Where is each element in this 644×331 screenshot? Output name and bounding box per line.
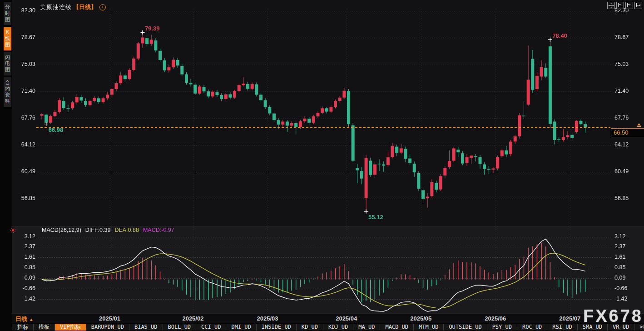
price-axis-label: 67.76	[11, 115, 35, 121]
sidebar-item[interactable]: 合约资料	[4, 77, 11, 107]
price-axis-label: 71.40	[614, 88, 629, 94]
chart-toolbar-icons	[607, 2, 642, 9]
scale-axis-right-icon[interactable]	[625, 2, 633, 9]
price-axis-label: 64.12	[11, 141, 35, 148]
price-axis-label: 67.76	[614, 115, 629, 121]
indicator-tab[interactable]: PSY_UD	[487, 324, 517, 331]
price-marker-label: 66.98	[49, 126, 64, 133]
x-axis-month-label: 2025/06	[485, 315, 506, 322]
indicator-tab[interactable]: BARUPDN_UD	[86, 324, 129, 331]
price-axis-label: 64.12	[614, 141, 629, 148]
indicator-tab[interactable]: INSIDE_UD	[257, 324, 297, 331]
indicator-tab[interactable]: 模板	[34, 324, 55, 331]
macd-axis-label: -1.42	[11, 296, 35, 302]
x-axis-month-label: 2025/03	[257, 315, 278, 322]
chart-type-sidebar: 分时图K线图闪电图合约资料	[0, 0, 12, 331]
last-price-tag: 66.50	[611, 128, 644, 137]
indicator-tab[interactable]: VIP指标	[55, 324, 86, 331]
price-marker-label: 79.39	[145, 25, 160, 32]
macd-diff-value: DIFF:0.39	[85, 227, 111, 233]
price-axis-label: 75.03	[614, 61, 629, 67]
macd-param-label: MACD(26,12,9)	[42, 227, 81, 233]
fx678-watermark: FX678	[583, 306, 643, 326]
instrument-title: 美原油连续	[40, 3, 72, 11]
price-axis-label: 60.49	[614, 168, 629, 175]
macd-axis-label: 0.09	[614, 275, 625, 281]
x-axis-month-label: 2025/05	[410, 315, 431, 322]
price-axis-label: 71.40	[11, 88, 35, 94]
pan-right-icon[interactable]	[634, 2, 642, 9]
macd-axis-label: 2.37	[11, 243, 35, 250]
x-axis-strip: 日线 ▲ 2025/012025/022025/032025/042025/05…	[12, 313, 644, 324]
sidebar-item[interactable]: 分时图	[4, 2, 11, 25]
macd-axis-label: 0.85	[614, 264, 625, 271]
indicator-tab[interactable]: RSI_UD	[547, 324, 577, 331]
indicator-tab[interactable]: ROC_UD	[517, 324, 547, 331]
indicator-tab[interactable]: OUTSIDE_UD	[444, 324, 487, 331]
macd-axis-label: -0.66	[11, 285, 35, 291]
indicator-tab[interactable]: MA_UD	[353, 324, 380, 331]
macd-axis-label: 0.85	[11, 264, 35, 271]
macd-header: MACD(26,12,9) DIFF:0.39 DEA:0.88 MACD:-0…	[42, 227, 174, 233]
indicator-tab[interactable]: KDJ_UD	[323, 324, 353, 331]
indicator-tab[interactable]: MACD_UD	[380, 324, 414, 331]
plus-circle-icon[interactable]: +	[99, 4, 106, 10]
go-to-latest-arrow-icon[interactable]	[636, 123, 641, 127]
price-axis-label: 82.30	[11, 7, 35, 14]
macd-dea-value: DEA:0.88	[114, 227, 139, 233]
price-axis-label: 56.85	[614, 195, 629, 201]
macd-hist-value: MACD:-0.97	[143, 227, 174, 233]
indicator-tab[interactable]: BIAS_UD	[129, 324, 163, 331]
macd-axis-label: -0.66	[614, 285, 628, 291]
indicator-tab[interactable]: MTM_UD	[414, 324, 444, 331]
indicator-tab[interactable]: CCI_UD	[196, 324, 226, 331]
macd-axis-label: 3.12	[11, 233, 35, 240]
macd-axis-label: -1.42	[614, 296, 628, 302]
period-tag: 【日线】	[73, 3, 97, 11]
indicator-tab[interactable]: 指标	[12, 324, 34, 331]
indicator-tabbar: 指标模板VIP指标BARUPDN_UDBIAS_UDBOLL_UDCCI_UDD…	[12, 323, 644, 331]
price-axis-label: 75.03	[11, 61, 35, 67]
trading-app: { "sidebar": { "items": [ {"label": "分时图…	[0, 0, 644, 331]
x-axis-month-label: 2025/01	[99, 315, 120, 322]
x-axis-month-label: 2025/04	[336, 315, 357, 322]
scale-axis-left-icon[interactable]	[616, 2, 624, 9]
indicator-tab[interactable]: DMI_UD	[226, 324, 256, 331]
macd-axis-label: 0.09	[11, 275, 35, 281]
price-axis-label: 56.85	[11, 195, 35, 201]
indicator-tab[interactable]: BOLL_UD	[163, 324, 197, 331]
x-axis-month-label: 2025/02	[182, 315, 203, 322]
price-axis-label: 78.67	[11, 34, 35, 40]
macd-axis-label: 3.12	[614, 233, 625, 240]
indicator-tab[interactable]: KD_UD	[297, 324, 323, 331]
macd-axis-label: 2.37	[614, 243, 625, 250]
price-axis-label: 60.49	[11, 168, 35, 175]
price-marker-label: 78.40	[552, 32, 567, 39]
chart-title-row: 美原油连续 【日线】 +	[40, 3, 106, 11]
target-icon[interactable]	[10, 228, 15, 233]
x-axis-month-label: 2025/07	[559, 315, 580, 322]
sidebar-item[interactable]: 闪电图	[4, 52, 11, 75]
period-selector[interactable]: 日线 ▲	[15, 315, 34, 323]
price-axis-label: 78.67	[614, 34, 629, 40]
macd-axis-label: 1.61	[614, 254, 625, 260]
chart-canvas[interactable]	[0, 0, 644, 331]
triangle-up-icon: ▲	[29, 317, 34, 322]
price-marker-label: 55.12	[368, 214, 383, 221]
pan-crosshair-icon[interactable]	[607, 2, 615, 9]
macd-axis-label: 1.61	[11, 254, 35, 260]
sidebar-item[interactable]: K线图	[4, 27, 11, 50]
